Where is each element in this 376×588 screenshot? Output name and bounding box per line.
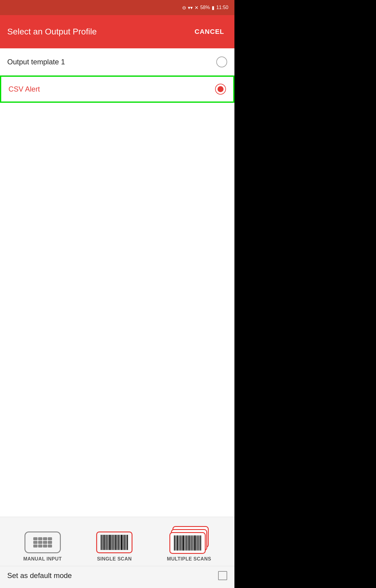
key-9 <box>33 544 38 548</box>
svg-rect-73 <box>198 535 198 551</box>
manual-input-label: MANUAL INPUT <box>23 556 62 562</box>
time-display: 11:50 <box>216 5 228 10</box>
content-spacer <box>0 103 234 517</box>
profile-item-output-template-1[interactable]: Output template 1 <box>0 48 234 76</box>
signal-icon: ✕ <box>195 5 198 11</box>
svg-rect-75 <box>200 535 201 551</box>
svg-rect-8 <box>113 535 113 550</box>
single-scan-label: SINGLE SCAN <box>97 556 132 562</box>
battery-icon: ▮ <box>212 5 214 11</box>
svg-rect-57 <box>174 535 175 551</box>
manual-input-icon <box>25 531 61 553</box>
svg-rect-64 <box>185 535 185 551</box>
default-mode-checkbox[interactable] <box>218 571 227 580</box>
svg-rect-15 <box>123 535 124 550</box>
svg-rect-3 <box>105 535 106 550</box>
key-7 <box>43 541 47 544</box>
barcode-svg-single <box>101 535 128 550</box>
svg-rect-9 <box>114 535 115 550</box>
svg-rect-17 <box>126 535 126 550</box>
svg-rect-61 <box>180 535 181 551</box>
profile-item-csv-alert[interactable]: CSV Alert <box>0 76 234 103</box>
wifi-icon: ▾▾ <box>188 5 193 11</box>
radio-button-output-template-1[interactable] <box>216 57 227 67</box>
black-panel <box>234 0 376 588</box>
do-not-disturb-icon: ⊖ <box>182 5 186 11</box>
svg-rect-13 <box>120 535 120 550</box>
svg-rect-60 <box>178 535 179 551</box>
svg-rect-71 <box>194 535 196 551</box>
key-3 <box>43 537 47 540</box>
profile-label-output-template-1: Output template 1 <box>7 58 65 66</box>
svg-rect-4 <box>106 535 107 550</box>
battery-percentage: 58% <box>200 5 210 10</box>
svg-rect-72 <box>196 535 197 551</box>
app-bar: Select an Output Profile CANCEL <box>0 15 234 48</box>
cancel-button[interactable]: CANCEL <box>191 25 227 39</box>
bottom-bar: MANUAL INPUT <box>0 517 234 588</box>
svg-rect-16 <box>124 535 125 550</box>
key-10 <box>38 544 42 548</box>
multiple-scans-icon <box>169 526 209 553</box>
svg-rect-62 <box>181 535 182 551</box>
single-scan-icon <box>96 531 132 553</box>
svg-rect-65 <box>186 535 187 551</box>
svg-rect-10 <box>115 535 116 550</box>
key-8 <box>48 541 52 544</box>
svg-rect-59 <box>177 535 178 551</box>
svg-rect-68 <box>190 535 191 551</box>
svg-rect-0 <box>101 535 102 550</box>
radio-button-csv-alert[interactable] <box>215 84 226 95</box>
profile-label-csv-alert: CSV Alert <box>8 85 40 93</box>
default-mode-row: Set as default mode <box>0 566 234 585</box>
svg-rect-58 <box>175 535 176 551</box>
svg-rect-5 <box>108 535 109 550</box>
key-5 <box>33 541 38 544</box>
svg-rect-14 <box>121 535 123 550</box>
page-title: Select an Output Profile <box>7 27 97 37</box>
svg-rect-66 <box>187 535 188 551</box>
key-1 <box>33 537 38 540</box>
svg-rect-11 <box>117 535 118 550</box>
key-4 <box>48 537 52 540</box>
key-6 <box>38 541 42 544</box>
phone-screen: ⊖ ▾▾ ✕ 58% ▮ 11:50 Select an Output Prof… <box>0 0 234 588</box>
svg-rect-12 <box>118 535 119 550</box>
scan-modes-row: MANUAL INPUT <box>0 523 234 565</box>
scan-mode-multiple-scans[interactable]: MULTIPLE SCANS <box>167 526 211 562</box>
svg-rect-67 <box>188 535 190 551</box>
scan-mode-single-scan[interactable]: SINGLE SCAN <box>96 531 132 562</box>
barcode-svg-multi-front <box>174 535 201 551</box>
svg-rect-69 <box>191 535 192 551</box>
keyboard-graphic <box>33 537 52 548</box>
scan-mode-manual-input[interactable]: MANUAL INPUT <box>23 531 62 562</box>
status-bar-icons: ⊖ ▾▾ ✕ 58% ▮ 11:50 <box>182 5 228 11</box>
svg-rect-6 <box>109 535 111 550</box>
default-mode-label: Set as default mode <box>7 571 72 580</box>
radio-inner-csv-alert <box>217 86 224 92</box>
svg-rect-2 <box>103 535 105 550</box>
svg-rect-7 <box>111 535 112 550</box>
status-bar: ⊖ ▾▾ ✕ 58% ▮ 11:50 <box>0 0 234 15</box>
svg-rect-63 <box>182 535 184 551</box>
multiple-scans-label: MULTIPLE SCANS <box>167 556 211 562</box>
barcode-card-front <box>169 532 206 554</box>
key-12 <box>48 544 52 548</box>
content-area: Output template 1 CSV Alert <box>0 48 234 588</box>
svg-rect-70 <box>193 535 194 551</box>
svg-rect-18 <box>127 535 128 550</box>
key-2 <box>38 537 42 540</box>
svg-rect-1 <box>102 535 103 550</box>
svg-rect-74 <box>199 535 200 551</box>
key-11 <box>43 544 47 548</box>
